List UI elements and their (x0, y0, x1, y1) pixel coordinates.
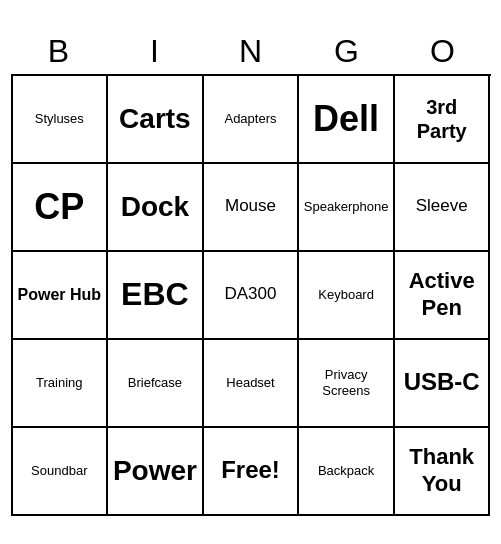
bingo-cell: Dock (108, 164, 204, 252)
bingo-cell: 3rd Party (395, 76, 491, 164)
bingo-cell: Adapters (204, 76, 300, 164)
bingo-cell: Active Pen (395, 252, 491, 340)
header-n: N (203, 29, 299, 74)
bingo-cell: Sleeve (395, 164, 491, 252)
bingo-cell: CP (13, 164, 109, 252)
bingo-cell: DA300 (204, 252, 300, 340)
bingo-cell: Training (13, 340, 109, 428)
bingo-cell: Dell (299, 76, 395, 164)
bingo-cell: Styluses (13, 76, 109, 164)
bingo-cell: Carts (108, 76, 204, 164)
bingo-cell: Backpack (299, 428, 395, 516)
bingo-cell: Briefcase (108, 340, 204, 428)
bingo-cell: Soundbar (13, 428, 109, 516)
bingo-header: B I N G O (11, 29, 491, 74)
bingo-cell: Keyboard (299, 252, 395, 340)
bingo-cell: Power (108, 428, 204, 516)
header-g: G (299, 29, 395, 74)
header-o: O (395, 29, 491, 74)
bingo-cell: USB-C (395, 340, 491, 428)
bingo-card: B I N G O StylusesCartsAdaptersDell3rd P… (11, 29, 491, 516)
bingo-cell: Power Hub (13, 252, 109, 340)
bingo-cell: Privacy Screens (299, 340, 395, 428)
bingo-cell: Free! (204, 428, 300, 516)
bingo-cell: Thank You (395, 428, 491, 516)
bingo-cell: Speakerphone (299, 164, 395, 252)
header-i: I (107, 29, 203, 74)
bingo-cell: EBC (108, 252, 204, 340)
bingo-grid: StylusesCartsAdaptersDell3rd PartyCPDock… (11, 74, 491, 516)
bingo-cell: Mouse (204, 164, 300, 252)
bingo-cell: Headset (204, 340, 300, 428)
header-b: B (11, 29, 107, 74)
